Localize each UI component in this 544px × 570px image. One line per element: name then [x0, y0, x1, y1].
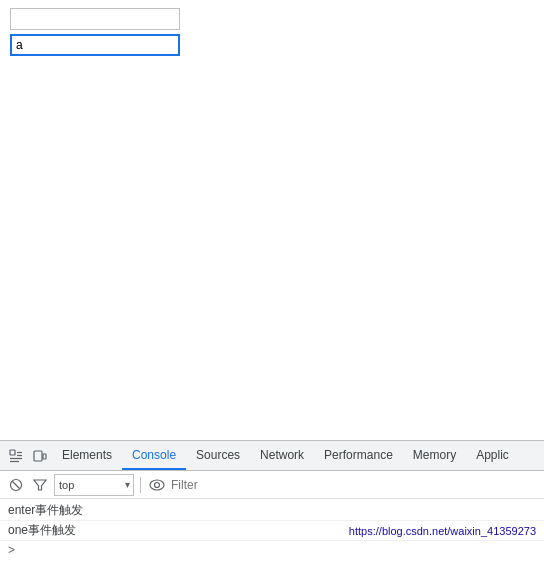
console-line: one事件触发 https://blog.csdn.net/waixin_413…	[0, 521, 544, 541]
devtools-tabs-bar: Elements Console Sources Network Perform…	[0, 441, 544, 471]
svg-point-10	[150, 480, 164, 490]
eye-button[interactable]	[147, 475, 167, 495]
devtools-panel: Elements Console Sources Network Perform…	[0, 440, 544, 570]
filter-input[interactable]	[171, 474, 538, 496]
tab-elements[interactable]: Elements	[52, 441, 122, 470]
tab-performance[interactable]: Performance	[314, 441, 403, 470]
page-content	[0, 0, 544, 440]
clear-console-button[interactable]	[6, 475, 26, 495]
input-bottom[interactable]	[10, 34, 180, 56]
console-output: enter事件触发 one事件触发 https://blog.csdn.net/…	[0, 499, 544, 570]
svg-marker-9	[34, 480, 46, 490]
console-source-link[interactable]: https://blog.csdn.net/waixin_41359273	[349, 525, 536, 537]
console-line: enter事件触发	[0, 501, 544, 521]
devtools-toolbar: top ▾	[0, 471, 544, 499]
filter-toggle-button[interactable]	[30, 475, 50, 495]
toolbar-divider	[140, 477, 141, 493]
input-top[interactable]	[10, 8, 180, 30]
tab-network[interactable]: Network	[250, 441, 314, 470]
svg-line-8	[13, 481, 20, 488]
console-prompt: >	[0, 541, 544, 559]
tab-memory[interactable]: Memory	[403, 441, 466, 470]
console-text: one事件触发	[8, 522, 349, 539]
console-text: enter事件触发	[8, 502, 536, 519]
tab-console[interactable]: Console	[122, 441, 186, 470]
inspect-element-button[interactable]	[4, 444, 28, 468]
tab-sources[interactable]: Sources	[186, 441, 250, 470]
prompt-arrow-icon: >	[8, 543, 15, 557]
device-toolbar-button[interactable]	[28, 444, 52, 468]
svg-rect-5	[34, 451, 42, 461]
tab-application[interactable]: Applic	[466, 441, 519, 470]
context-select-wrapper: top ▾	[54, 474, 134, 496]
svg-point-11	[155, 482, 160, 487]
context-select[interactable]: top	[54, 474, 134, 496]
svg-rect-6	[43, 454, 46, 459]
svg-rect-0	[10, 450, 15, 455]
